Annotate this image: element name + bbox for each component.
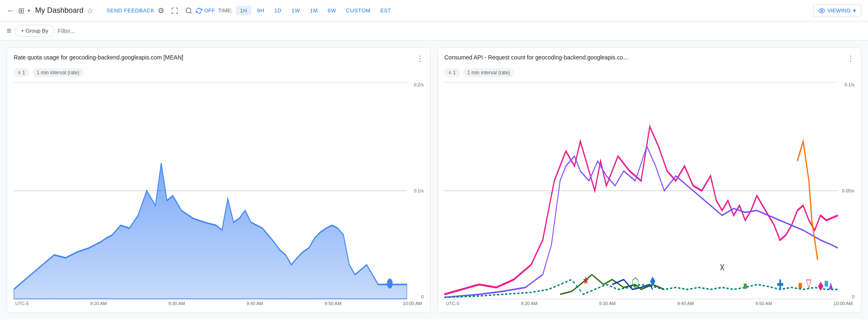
filter-count: 1 [22,70,25,76]
dropdown-arrow-icon[interactable]: ▾ [28,8,30,14]
fullscreen-icon[interactable] [171,7,178,14]
time-button-1m[interactable]: 1M [306,6,322,15]
svg-point-5 [387,279,393,289]
filter-count-2: 1 [453,70,456,76]
chart-2-area: 0.1/s 0.05/s 0 [444,82,854,299]
back-button[interactable]: ← [7,6,15,15]
x-label-930: 9:30 AM [168,301,185,306]
refresh-button[interactable]: OFF [196,7,215,14]
settings-icon[interactable]: ⚙ [158,6,164,15]
grid-icon[interactable]: ⊞ [18,6,24,15]
svg-text:■: ■ [743,279,747,292]
send-feedback-button[interactable]: SEND FEEDBACK [107,7,154,14]
svg-text:◆: ◆ [818,279,824,292]
chart-card-1: Rate quota usage for geocoding-backend.g… [7,47,431,313]
interval-label-2: 1 min interval (rate) [467,70,510,76]
filter-icon: ≡ [18,70,21,76]
group-by-button[interactable]: + Group By [15,25,55,37]
back-icon: ← [7,6,15,15]
svg-point-0 [186,8,191,13]
card-1-tags: ≡ 1 1 min interval (rate) [14,68,424,77]
filter-input[interactable] [58,28,861,34]
time-button-6h[interactable]: 6H [253,6,269,15]
x-label-1000: 10:00 AM [403,301,422,306]
viewing-dropdown-icon: ▾ [853,7,856,14]
svg-text:✕: ✕ [719,261,725,274]
viewing-label: VIEWING [828,7,851,14]
card-2-tags: ≡ 1 1 min interval (rate) [444,68,854,77]
x2-label-utc: UTC-5 [446,301,459,306]
header-icons: ⚙ [158,6,192,15]
chart-2-y-top: 0.1/s [844,82,854,87]
svg-point-1 [821,10,823,12]
chart-1-tag-filter[interactable]: ≡ 1 [14,68,29,77]
time-button-1d[interactable]: 1D [270,6,286,15]
refresh-label: OFF [204,7,215,14]
menu-icon[interactable]: ≡ [7,26,12,36]
time-label: TIME: [218,7,232,14]
chart-1-y-top: 0.2/s [414,82,424,87]
x2-label-930: 9:30 AM [599,301,616,306]
card-1-header: Rate quota usage for geocoding-backend.g… [14,54,424,63]
chart-2-tag-filter[interactable]: ≡ 1 [444,68,460,77]
svg-text:◆: ◆ [650,274,656,287]
x-label-950: 9:50 AM [325,301,341,306]
x2-label-1000: 10:00 AM [834,301,853,306]
chart-1-y-mid: 0.1/s [414,188,424,193]
dashboard-title: My Dashboard [35,6,83,15]
time-section: TIME: 1H 6H 1D 1W 1M 6W CUSTOM EST [218,6,395,15]
svg-text:▽: ▽ [806,277,812,290]
svg-text:⬡: ⬡ [632,275,639,291]
chart-2-more-icon[interactable]: ⋮ [847,54,854,63]
card-2-header: Consumed API - Request count for geocodi… [444,54,854,63]
star-icon[interactable]: ☆ [87,6,93,15]
svg-text:✚: ✚ [777,277,783,293]
x2-label-950: 9:50 AM [755,301,772,306]
chart-2-svg: ★ ⬡ ◆ ✕ ■ ✚ ■ ▽ ◆ ■ ▲ [444,82,854,299]
chart-1-y-bottom: 0 [421,294,424,299]
chart-2-x-labels: UTC-5 9:20 AM 9:30 AM 9:40 AM 9:50 AM 10… [444,301,854,306]
viewing-button[interactable]: VIEWING ▾ [813,5,861,17]
filter-icon-2: ≡ [448,70,451,76]
group-by-label: + Group By [21,28,48,34]
header-left: ← ⊞ ▾ My Dashboard ☆ SEND FEEDBACK ⚙ OFF [7,6,810,15]
time-button-6w[interactable]: 6W [323,6,340,15]
search-icon[interactable] [185,7,192,14]
time-button-1w[interactable]: 1W [287,6,304,15]
header: ← ⊞ ▾ My Dashboard ☆ SEND FEEDBACK ⚙ OFF [0,0,868,21]
chart-card-2: Consumed API - Request count for geocodi… [437,47,861,313]
x-label-utc: UTC-5 [15,301,28,306]
svg-text:★: ★ [583,274,589,287]
time-button-custom[interactable]: CUSTOM [342,6,375,15]
chart-2-y-mid: 0.05/s [842,188,854,193]
chart-1-svg [14,82,424,299]
chart-2-y-bottom: 0 [852,294,854,299]
interval-label: 1 min interval (rate) [37,70,79,76]
x-label-920: 9:20 AM [90,301,107,306]
svg-text:■: ■ [798,279,802,292]
chart-1-title: Rate quota usage for geocoding-backend.g… [14,54,183,61]
timezone-button[interactable]: EST [376,6,395,15]
chart-1-area: 0.2/s 0.1/s 0 [14,82,424,299]
x2-label-940: 9:40 AM [677,301,694,306]
main-content: Rate quota usage for geocoding-backend.g… [0,40,868,320]
toolbar: ≡ + Group By [0,21,868,40]
chart-1-more-icon[interactable]: ⋮ [416,54,424,63]
svg-text:▲: ▲ [828,279,835,292]
x2-label-920: 9:20 AM [521,301,537,306]
chart-1-tag-interval[interactable]: 1 min interval (rate) [33,68,83,77]
x-label-940: 9:40 AM [247,301,263,306]
time-button-1h[interactable]: 1H [236,6,251,15]
chart-2-tag-interval[interactable]: 1 min interval (rate) [463,68,514,77]
chart-2-title: Consumed API - Request count for geocodi… [444,54,629,61]
chart-1-x-labels: UTC-5 9:20 AM 9:30 AM 9:40 AM 9:50 AM 10… [14,301,424,306]
